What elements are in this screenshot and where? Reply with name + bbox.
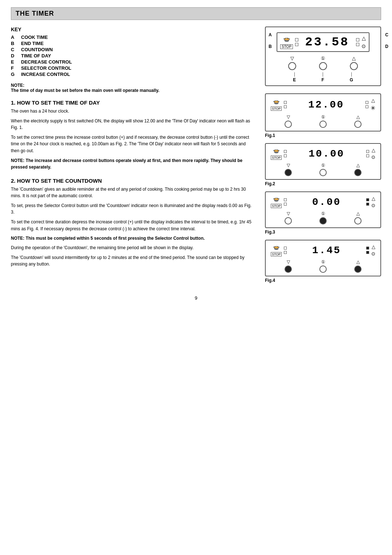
fig3-increase-circle[interactable] bbox=[354, 217, 362, 224]
fig1-label: Fig.1 bbox=[265, 133, 381, 138]
fig2-increase-icon: △ bbox=[356, 163, 360, 168]
key-item-b: B END TIME bbox=[11, 41, 254, 46]
section-2-para-2: To set the correct time duration depress… bbox=[11, 219, 254, 232]
fig1-decrease-icon: ▽ bbox=[287, 114, 290, 119]
fig4-increase-icon: △ bbox=[356, 259, 360, 264]
label-f: F bbox=[322, 77, 324, 82]
fig4-sq-br bbox=[366, 251, 369, 254]
fig3-selector-circle[interactable] bbox=[319, 217, 327, 224]
fig4-time: 1.45 bbox=[289, 245, 364, 256]
fig1-increase-icon: △ bbox=[356, 114, 360, 119]
fig2-sq-bl bbox=[284, 154, 287, 157]
fig4-wrapper: 🍲 STOP 1.45 △ ⊙ bbox=[265, 240, 381, 283]
fig4-selector-circle[interactable] bbox=[319, 266, 327, 273]
fig1-btn-f: ① bbox=[319, 114, 327, 128]
fig2-increase-circle[interactable] bbox=[354, 169, 362, 176]
label-d: D bbox=[385, 44, 388, 49]
fig2-selector-circle[interactable] bbox=[319, 169, 327, 176]
fig2-circle-icon: ⊙ bbox=[371, 154, 375, 160]
fig3-right-icons: △ ⊙ bbox=[371, 196, 375, 208]
vline-g bbox=[351, 72, 352, 77]
fig2-decrease-circle[interactable] bbox=[285, 169, 292, 176]
fig1-left-icons: 🍲 STOP bbox=[271, 98, 282, 111]
fig1-kettle-icon: 🍲 bbox=[273, 98, 280, 105]
selector-btn[interactable] bbox=[319, 62, 327, 70]
btn-e-item: ▽ bbox=[288, 56, 296, 70]
label-b: B bbox=[269, 44, 272, 49]
note-label: NOTE: bbox=[11, 83, 24, 88]
fig1-increase-circle[interactable] bbox=[354, 121, 362, 128]
key-desc-e: DECREASE CONTROL bbox=[21, 59, 72, 65]
fig1-sq-tr bbox=[366, 101, 368, 104]
section-1-para-0: The oven has a 24 hour clock. bbox=[11, 108, 254, 115]
fig4-decrease-circle[interactable] bbox=[285, 266, 292, 273]
fig3-decrease-circle[interactable] bbox=[285, 217, 292, 224]
fig2-right-icons: △ ⊙ bbox=[371, 147, 375, 160]
key-item-e: E DECREASE CONTROL bbox=[11, 59, 254, 65]
section-1-para-1: When the electricity supply is first swi… bbox=[11, 118, 254, 131]
selector-icon: ① bbox=[321, 56, 325, 61]
fig3-box: 🍲 STOP 0.00 △ ⊙ bbox=[265, 191, 381, 228]
fig3-sq-bl bbox=[284, 203, 287, 206]
section-1-para-2: To set the correct time press the increa… bbox=[11, 134, 254, 154]
fig4-box: 🍲 STOP 1.45 △ ⊙ bbox=[265, 240, 381, 276]
label-c: C bbox=[385, 32, 388, 37]
key-desc-g: INCREASE CONTROL bbox=[21, 72, 70, 77]
kettle-icon: 🍲 bbox=[283, 36, 290, 42]
fig2-time: 10.00 bbox=[289, 148, 364, 159]
fig4-buttons: ▽ ① △ bbox=[271, 259, 375, 273]
fig1-decrease-circle[interactable] bbox=[285, 121, 292, 128]
fig2-box: 🍲 STOP 10.00 △ ⊙ bbox=[265, 143, 381, 180]
fig1-display: 🍲 STOP 12.00 △ ✳ bbox=[271, 98, 375, 112]
section-2: 2. HOW TO SET THE COUNTDOWN The 'Countdo… bbox=[11, 178, 254, 268]
fig2-buttons: ▽ ① △ bbox=[271, 163, 375, 176]
fig4-label: Fig.4 bbox=[265, 278, 381, 283]
fig1-btn-g: △ bbox=[354, 114, 362, 128]
btn-g-item: △ bbox=[350, 56, 358, 70]
fig2-sq-br bbox=[366, 154, 369, 157]
fig3-btn-f: ① bbox=[319, 211, 327, 224]
key-desc-b: END TIME bbox=[21, 41, 44, 46]
fig1-squares-left bbox=[284, 101, 287, 108]
fig3-sq-tr bbox=[366, 198, 369, 201]
vlines bbox=[277, 72, 369, 77]
sq-br bbox=[356, 43, 359, 46]
fig1-stop-icon: STOP bbox=[271, 106, 282, 111]
fig1-sun-icon: ✳ bbox=[371, 105, 375, 112]
fig2-stop-icon: STOP bbox=[271, 155, 282, 160]
fig1-sq-tl bbox=[284, 101, 287, 104]
fig4-increase-circle[interactable] bbox=[354, 266, 362, 273]
fig4-triangle-icon: △ bbox=[372, 244, 375, 250]
fig1-buttons: ▽ ① △ bbox=[271, 114, 375, 128]
fig1-triangle-icon: △ bbox=[371, 98, 375, 103]
section-2-header: 2. HOW TO SET THE COUNTDOWN bbox=[11, 178, 254, 184]
fig4-decrease-icon: ▽ bbox=[287, 259, 290, 264]
key-item-d: D TIME OF DAY bbox=[11, 53, 254, 58]
key-letter-e: E bbox=[11, 59, 17, 65]
fig2-btn-f: ① bbox=[319, 163, 327, 176]
key-item-f: F SELECTOR CONTROL bbox=[11, 65, 254, 71]
decrease-icon: ▽ bbox=[290, 56, 294, 61]
decrease-btn[interactable] bbox=[288, 62, 296, 70]
fig4-sq-tr bbox=[366, 247, 369, 250]
circle-arrow-icon: ⊙ bbox=[362, 43, 366, 49]
fig1-wrapper: 🍲 STOP 12.00 △ ✳ bbox=[265, 93, 381, 138]
key-letter-a: A bbox=[11, 35, 17, 40]
vline-e bbox=[294, 72, 295, 77]
fig3-display: 🍲 STOP 0.00 △ ⊙ bbox=[271, 196, 375, 208]
increase-btn[interactable] bbox=[350, 62, 358, 70]
fig4-btn-e: ▽ bbox=[285, 259, 292, 273]
note-text: The time of day must be set before the m… bbox=[11, 88, 159, 93]
key-desc-c: COUNTDOWN bbox=[21, 47, 53, 52]
fig3-left-icons: 🍲 STOP bbox=[271, 196, 282, 208]
fig4-sq-bl bbox=[284, 251, 287, 254]
fig3-triangle-icon: △ bbox=[372, 196, 375, 201]
main-diagram-box: A B 🍲 STOP 23.58 bbox=[265, 27, 381, 86]
key-section: KEY A COOK TIME B END TIME C COUNTDOWN D… bbox=[11, 27, 254, 77]
fig4-right-icons: △ ⊙ bbox=[371, 244, 375, 256]
fig1-selector-circle[interactable] bbox=[319, 121, 327, 128]
right-column: A B 🍲 STOP 23.58 bbox=[265, 27, 381, 288]
fig2-triangle-icon: △ bbox=[372, 147, 375, 153]
fig3-circle-icon: ⊙ bbox=[371, 203, 375, 208]
sq-tr bbox=[356, 38, 359, 41]
